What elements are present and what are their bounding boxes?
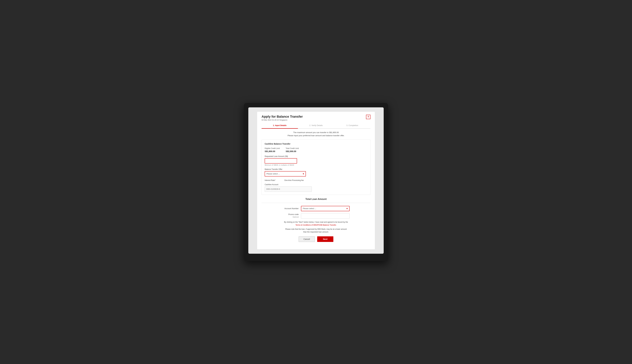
processing-fee-item: One-time Processing fee: [284, 179, 304, 182]
total-credit-limit-label: Total Credit Limit: [286, 147, 299, 150]
total-loan-section: Total Loan Amount Account Number Please …: [262, 198, 370, 242]
terms-text-before: By clicking on the "Next" button below, …: [284, 221, 348, 223]
step-completion: 3. Completion: [334, 122, 370, 128]
modal-container: Apply for Balance Transfer 04 Mar 2022 0…: [257, 112, 375, 249]
cashline-section-title: Cashline Balance Transfer: [265, 143, 367, 145]
balance-transfer-offer-group: Balance Transfer Offer Please select ...…: [265, 168, 367, 176]
header-text: Apply for Balance Transfer 04 Mar 2022 0…: [262, 115, 303, 121]
credit-limits-row: Eligible Credit Limit S$1,800.00 Total C…: [265, 147, 367, 153]
info-line2: Please input your preferred loan amount …: [262, 134, 370, 137]
promo-code-row: Promo code Optional: [262, 213, 370, 218]
info-line1: The maximum amount you can transfer is S…: [262, 131, 370, 134]
modal-subtitle: 04 Mar 2022 01:20:10 Singapore: [262, 119, 303, 121]
terms-link[interactable]: Terms & Conditions of DBS/POSB Balance T…: [296, 224, 336, 226]
promo-label-group: Promo code Optional: [282, 213, 299, 218]
screen: Apply for Balance Transfer 04 Mar 2022 0…: [248, 107, 384, 254]
promo-code-input[interactable]: [301, 213, 350, 218]
total-credit-limit: Total Credit Limit S$2,000.00: [286, 147, 299, 153]
loan-amount-group: Requested Loan Amount (S$) Minimum of S$…: [265, 155, 367, 166]
section-divider: [262, 203, 370, 203]
total-loan-title: Total Loan Amount: [262, 198, 370, 200]
loan-amount-input[interactable]: [265, 158, 297, 164]
fee-row: Interest Rate* One-time Processing fee: [265, 179, 367, 182]
total-credit-limit-value: S$2,000.00: [286, 150, 296, 152]
modal-overlay: Apply for Balance Transfer 04 Mar 2022 0…: [248, 107, 384, 254]
cashline-section: Cashline Balance Transfer Eligible Credi…: [262, 140, 370, 195]
stepper: 1. Input Details 2. Verify Details 3. Co…: [262, 122, 370, 129]
step-verify-details: 2. Verify Details: [298, 122, 334, 128]
eligible-credit-limit: Eligible Credit Limit S$1,800.00: [265, 147, 280, 153]
interest-rate-item: Interest Rate*: [265, 179, 276, 182]
balance-transfer-select-wrapper: Please select ... ▼: [265, 171, 306, 176]
cashline-account-input: [265, 186, 312, 192]
promo-code-label: Promo code: [282, 213, 299, 216]
info-banner: The maximum amount you can transfer is S…: [257, 129, 375, 140]
balance-transfer-select[interactable]: Please select ...: [265, 171, 306, 176]
cashline-account-group: Cashline Account: [265, 184, 367, 192]
eligible-credit-limit-label: Eligible Credit Limit: [265, 147, 280, 150]
promo-optional-label: Optional: [292, 216, 299, 218]
interest-rate-label: Interest Rate*: [265, 179, 276, 181]
account-number-label: Account Number: [282, 207, 299, 210]
cashline-account-label: Cashline Account: [265, 184, 367, 186]
account-select-wrapper: Please select ... ▼: [301, 206, 350, 211]
balance-transfer-offer-label: Balance Transfer Offer: [265, 168, 367, 170]
eligible-credit-limit-value: S$1,800.00: [265, 150, 275, 152]
cancel-button[interactable]: Cancel: [299, 236, 315, 242]
laptop-shell: Apply for Balance Transfer 04 Mar 2022 0…: [244, 103, 388, 261]
terms-section: By clicking on the "Next" button below, …: [279, 220, 353, 234]
step-input-details: 1. Input Details: [262, 122, 298, 129]
loan-amount-hint: Minimum of S$500, in multiples of S$100: [265, 164, 367, 166]
modal-title: Apply for Balance Transfer: [262, 115, 303, 118]
help-button[interactable]: ?: [366, 115, 370, 119]
action-buttons: Cancel Next: [262, 236, 370, 242]
processing-fee-label: One-time Processing fee: [284, 179, 304, 181]
modal-header: Apply for Balance Transfer 04 Mar 2022 0…: [257, 112, 375, 122]
loan-amount-label: Requested Loan Amount (S$): [265, 155, 367, 157]
terms-note: Please note that the loan, if approved b…: [284, 228, 348, 234]
account-number-select[interactable]: Please select ...: [301, 206, 350, 211]
next-button[interactable]: Next: [317, 236, 333, 242]
account-number-row: Account Number Please select ... ▼: [262, 206, 370, 211]
